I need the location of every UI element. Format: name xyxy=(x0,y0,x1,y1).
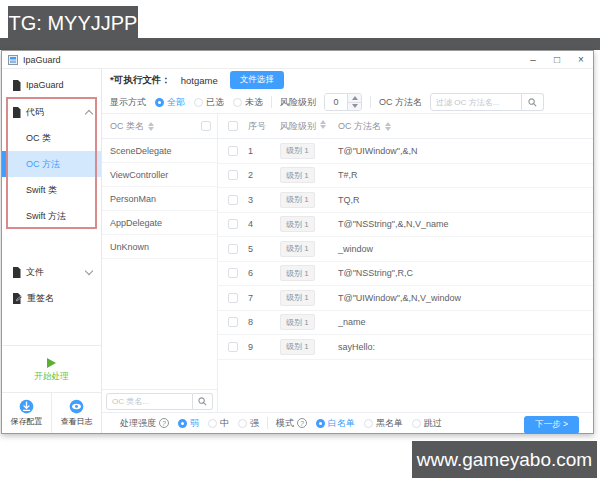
row-checkbox[interactable] xyxy=(228,170,238,180)
stepper-down-button[interactable] xyxy=(348,102,361,111)
row-index: 8 xyxy=(248,317,280,327)
sidebar-item-swift-class[interactable]: Swift 类 xyxy=(2,177,101,203)
radio-label: 弱 xyxy=(190,417,199,430)
row-checkbox[interactable] xyxy=(228,219,238,229)
radio-icon xyxy=(208,419,217,428)
radio-icon xyxy=(412,419,421,428)
sidebar-lower: 文件 重签名 xyxy=(2,259,101,311)
document-icon xyxy=(12,80,21,91)
risk-badge: 级别 1 xyxy=(280,241,315,257)
website-banner: www.gameyabo.com xyxy=(412,441,597,478)
class-row[interactable]: ViewController xyxy=(102,163,217,187)
sidebar-item-swift-method[interactable]: Swift 方法 xyxy=(2,203,101,229)
sidebar-item-oc-method[interactable]: OC 方法 xyxy=(2,151,101,177)
stepper-up-button[interactable] xyxy=(348,94,361,102)
radio-mode-whitelist[interactable]: 白名单 xyxy=(316,417,355,430)
save-config-button[interactable]: 保存配置 xyxy=(2,393,51,433)
method-name: T@"UIWindow",&,N xyxy=(338,146,593,156)
risk-column-title: 风险级别 xyxy=(280,120,338,133)
method-name-label: OC 方法名 xyxy=(379,96,422,109)
radio-display-all[interactable]: 全部 xyxy=(155,96,185,109)
risk-column-label: 风险级别 xyxy=(280,120,316,133)
class-search-button[interactable] xyxy=(193,393,213,410)
class-column-title: OC 类名 xyxy=(110,120,144,133)
sidebar-item-label: OC 类 xyxy=(26,132,51,145)
risk-level-input[interactable] xyxy=(325,94,347,110)
risk-badge: 级别 1 xyxy=(280,290,315,306)
sidebar-item-oc-class[interactable]: OC 类 xyxy=(2,125,101,151)
class-name: PersonMan xyxy=(110,194,156,204)
class-row[interactable]: UnKnown xyxy=(102,235,217,259)
sort-icon[interactable] xyxy=(385,122,391,131)
ipaguard-window: IpaGuard – □ × IpaGuard 代码 xyxy=(1,50,594,434)
radio-label: 强 xyxy=(250,417,259,430)
sidebar-item-label: IpaGuard xyxy=(26,80,64,90)
radio-strength-strong[interactable]: 强 xyxy=(238,417,259,430)
class-row[interactable]: SceneDelegate xyxy=(102,139,217,163)
next-step-button[interactable]: 下一步 > xyxy=(524,416,579,434)
radio-display-unselected[interactable]: 未选 xyxy=(233,96,263,109)
row-index: 1 xyxy=(248,146,280,156)
row-index: 3 xyxy=(248,195,280,205)
class-row[interactable]: AppDelegate xyxy=(102,211,217,235)
sidebar-item-resign[interactable]: 重签名 xyxy=(2,285,101,311)
row-checkbox[interactable] xyxy=(228,317,238,327)
radio-label: 已选 xyxy=(206,96,224,109)
file-select-button[interactable]: 文件选择 xyxy=(230,71,284,89)
method-name: _window xyxy=(338,244,593,254)
select-all-classes-checkbox[interactable] xyxy=(201,121,211,131)
radio-label: 跳过 xyxy=(424,417,442,430)
risk-badge: 级别 1 xyxy=(280,339,315,355)
radio-mode-skip[interactable]: 跳过 xyxy=(412,417,442,430)
select-all-methods-checkbox[interactable] xyxy=(228,121,238,131)
sort-icon[interactable] xyxy=(148,122,154,131)
sidebar-item-ipaguard[interactable]: IpaGuard xyxy=(2,74,101,96)
method-filter-group xyxy=(430,93,544,111)
sidebar: IpaGuard 代码 OC 类 OC 方法 Swift 类 xyxy=(2,69,102,433)
class-row[interactable]: PersonMan xyxy=(102,187,217,211)
radio-strength-weak[interactable]: 弱 xyxy=(178,417,199,430)
sidebar-group-files[interactable]: 文件 xyxy=(2,259,101,285)
radio-icon xyxy=(238,419,247,428)
table-row: 4 级别 1 T@"NSString",&,N,V_name xyxy=(218,213,593,238)
method-name: T@"UIWindow",&,N,V_window xyxy=(338,293,593,303)
sidebar-group-code[interactable]: 代码 xyxy=(2,99,101,125)
class-name: AppDelegate xyxy=(110,218,162,228)
radio-icon xyxy=(233,98,242,107)
row-checkbox[interactable] xyxy=(228,342,238,352)
display-mode-label: 显示方式 xyxy=(110,96,146,109)
row-checkbox[interactable] xyxy=(228,293,238,303)
row-checkbox[interactable] xyxy=(228,268,238,278)
radio-mode-blacklist[interactable]: 黑名单 xyxy=(364,417,403,430)
row-checkbox[interactable] xyxy=(228,195,238,205)
minimize-button[interactable]: – xyxy=(521,51,545,68)
view-logs-button[interactable]: 查看日志 xyxy=(51,393,101,433)
signature-icon xyxy=(12,293,22,304)
radio-label: 全部 xyxy=(167,96,185,109)
save-config-label: 保存配置 xyxy=(11,416,43,427)
class-search-input[interactable] xyxy=(106,393,193,410)
row-index: 4 xyxy=(248,219,280,229)
method-search-button[interactable] xyxy=(522,93,544,111)
maximize-button[interactable]: □ xyxy=(545,51,569,68)
search-icon xyxy=(528,98,537,107)
radio-display-selected[interactable]: 已选 xyxy=(194,96,224,109)
sidebar-tree: 代码 OC 类 OC 方法 Swift 类 Swift 方法 xyxy=(2,99,101,229)
risk-badge: 级别 1 xyxy=(280,167,315,183)
title-bar: IpaGuard – □ × xyxy=(2,51,593,69)
row-index: 9 xyxy=(248,342,280,352)
sidebar-item-label: OC 方法 xyxy=(26,158,60,171)
method-filter-input[interactable] xyxy=(430,93,522,111)
radio-strength-medium[interactable]: 中 xyxy=(208,417,229,430)
start-processing-button[interactable]: 开始处理 xyxy=(2,345,101,394)
row-index: 5 xyxy=(248,244,280,254)
sort-icon[interactable] xyxy=(320,120,326,133)
close-button[interactable]: × xyxy=(569,51,593,68)
divider xyxy=(267,417,268,429)
executable-value: hotgame xyxy=(181,75,218,86)
row-checkbox[interactable] xyxy=(228,244,238,254)
method-name: TQ,R xyxy=(338,195,593,205)
method-name: _name xyxy=(338,317,593,327)
row-checkbox[interactable] xyxy=(228,146,238,156)
strength-label: 处理强度 xyxy=(120,417,156,430)
